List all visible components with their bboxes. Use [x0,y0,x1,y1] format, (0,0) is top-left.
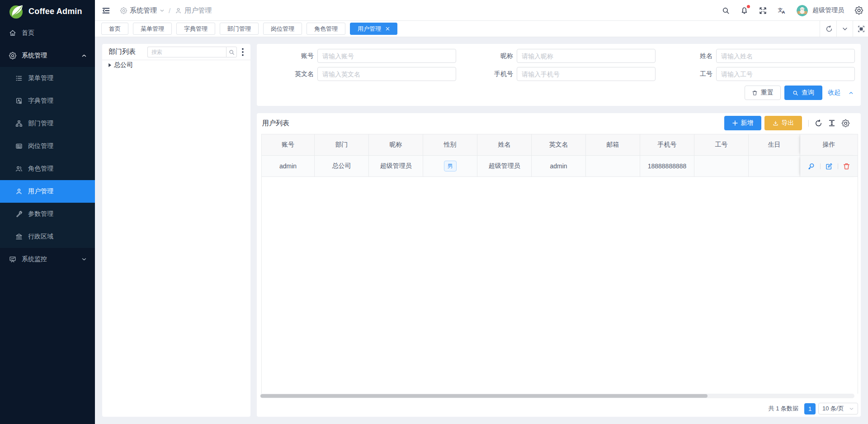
department-search-button[interactable] [226,47,237,57]
sidebar-item-label: 菜单管理 [28,74,53,82]
search-icon[interactable] [722,7,730,14]
add-button[interactable]: 新增 [724,116,761,130]
page-1-button[interactable]: 1 [804,403,816,414]
sidebar-item-dict-mgmt[interactable]: 字典管理 [0,90,95,112]
fullscreen-expand-icon[interactable] [759,7,767,14]
more-dots-icon[interactable] [240,47,246,57]
download-icon [773,120,778,126]
row-height-icon[interactable] [825,116,839,130]
sidebar-item-label: 参数管理 [28,210,53,218]
content-fullscreen-icon[interactable] [853,21,868,37]
sidebar-item-user-mgmt[interactable]: 用户管理 [0,180,95,203]
avatar [797,5,808,16]
table-row[interactable]: admin 总公司 超级管理员 男 超级管理员 admin 1888888888… [261,156,858,177]
username: 超级管理员 [812,6,844,14]
nickname-input[interactable] [517,49,656,63]
org-tree-icon [15,120,23,127]
refresh-icon[interactable] [811,116,825,130]
tab-label: 用户管理 [358,25,381,33]
edit-icon[interactable] [825,162,833,170]
column-header: 姓名 [477,134,532,156]
column-header: 邮箱 [586,134,640,156]
breadcrumb-user-label: 用户管理 [184,6,212,15]
sidebar-item-param-mgmt[interactable]: 参数管理 [0,203,95,225]
cell-account: admin [261,156,315,177]
sidebar-item-home[interactable]: 首页 [0,22,95,44]
reset-button[interactable]: 重置 [745,86,781,100]
field-label: 姓名 [656,52,712,60]
app-title: Coffee Admin [28,7,82,16]
tab-menu-mgmt[interactable]: 菜单管理 [133,23,172,35]
user-menu[interactable]: 超级管理员 [797,5,844,16]
account-input[interactable] [317,49,456,63]
phone-input[interactable] [517,67,656,81]
plus-icon [732,120,738,126]
divider [838,163,838,169]
sidebar-item-label: 字典管理 [28,97,53,105]
spring-leaf-logo-icon [9,4,24,19]
export-button[interactable]: 导出 [764,116,802,130]
tab-dept-mgmt[interactable]: 部门管理 [220,23,259,35]
close-icon[interactable] [386,27,390,31]
trash-icon [752,90,758,96]
sidebar-item-label: 系统管理 [22,52,47,60]
wrench-icon [15,210,23,218]
sidebar-item-system[interactable]: 系统管理 [0,44,95,67]
breadcrumb-system[interactable]: 系统管理 [120,6,165,15]
horizontal-scrollbar [260,394,854,398]
sidebar-item-monitor[interactable]: 系统监控 [0,248,95,271]
tab-label: 菜单管理 [141,25,164,33]
divider [820,21,820,37]
name-input[interactable] [716,49,855,63]
logo[interactable]: Coffee Admin [0,0,95,23]
view-icon[interactable] [807,162,816,170]
delete-icon[interactable] [843,162,851,170]
column-settings-gear-icon[interactable] [839,116,852,130]
pagination: 共 1 条数据 1 10 条/页 [769,402,858,415]
column-header: 生日 [749,134,800,156]
search-form-panel: 账号 昵称 姓名 英文名 手机号 工号 [257,44,861,106]
page-size-select[interactable]: 10 条/页 [818,403,858,414]
en-name-input[interactable] [317,67,456,81]
query-button[interactable]: 查询 [784,86,822,100]
user-list-panel: 用户列表 新增 导出 [257,113,861,417]
chevron-up-icon [81,53,87,58]
form-item-name: 姓名 [656,49,855,63]
form-item-en-name: 英文名 [257,67,456,81]
job-no-input[interactable] [716,67,855,81]
tree-node-company[interactable]: 总公司 [107,60,246,70]
collapse-label: 收起 [828,89,840,97]
column-header: 性别 [423,134,477,156]
search-icon [229,49,235,55]
svg-text:A: A [782,10,785,14]
scrollbar-thumb[interactable] [260,394,708,398]
translate-icon[interactable]: 文 A [778,6,786,14]
breadcrumb-system-label: 系统管理 [130,6,157,15]
bell-icon[interactable] [741,7,748,14]
field-label: 手机号 [456,70,513,78]
dictionary-icon [15,97,23,105]
column-header-actions: 操作 [800,134,858,156]
sidebar-item-role-mgmt[interactable]: 角色管理 [0,157,95,180]
tab-role-mgmt[interactable]: 角色管理 [307,23,345,35]
caret-right-icon[interactable] [107,63,113,67]
tab-label: 首页 [109,25,121,33]
menu-fold-icon[interactable] [100,5,112,16]
tab-label: 字典管理 [184,25,208,33]
tab-home[interactable]: 首页 [101,23,128,35]
department-panel: 部门列表 总公司 [102,44,250,417]
tab-post-mgmt[interactable]: 岗位管理 [263,23,302,35]
sidebar-item-post-mgmt[interactable]: 岗位管理 [0,135,95,157]
tab-dict-mgmt[interactable]: 字典管理 [176,23,215,35]
sidebar-item-label: 岗位管理 [28,142,53,150]
sidebar-item-region-mgmt[interactable]: 行政区域 [0,225,95,248]
divider [820,163,821,169]
settings-gear-icon[interactable] [855,6,863,14]
department-search-input[interactable] [147,47,226,57]
sidebar-item-menu-mgmt[interactable]: 菜单管理 [0,67,95,90]
sidebar-item-dept-mgmt[interactable]: 部门管理 [0,112,95,135]
refresh-icon[interactable] [821,21,837,37]
tabs-dropdown-icon[interactable] [837,21,853,37]
collapse-link[interactable]: 收起 [828,89,854,97]
tab-user-mgmt[interactable]: 用户管理 [350,23,397,35]
